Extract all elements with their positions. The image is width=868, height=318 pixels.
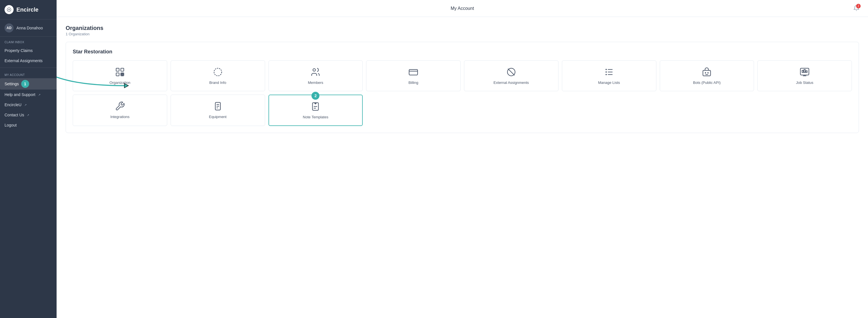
help-support-label: Help and Support bbox=[4, 92, 35, 97]
tile-manage-lists-label: Manage Lists bbox=[598, 80, 620, 85]
job-status-icon bbox=[799, 66, 810, 78]
page-subtitle: 1 Organization bbox=[66, 32, 859, 36]
settings-label: Settings bbox=[4, 82, 19, 86]
svg-point-19 bbox=[708, 72, 709, 74]
bots-icon bbox=[701, 66, 712, 78]
topbar: My Account 2 bbox=[57, 0, 868, 17]
app-logo-icon bbox=[4, 5, 13, 14]
svg-rect-3 bbox=[116, 73, 119, 76]
notification-count: 2 bbox=[856, 4, 861, 8]
empty-col-5 bbox=[464, 95, 558, 126]
tile-billing-label: Billing bbox=[408, 80, 418, 85]
row2-wrapper: Integrations bbox=[73, 95, 852, 126]
empty-col-4 bbox=[366, 95, 461, 126]
sidebar-logo: Encircle bbox=[0, 0, 57, 20]
tile-external-assignments[interactable]: External Assignments bbox=[464, 61, 558, 91]
svg-rect-24 bbox=[802, 70, 804, 73]
svg-rect-26 bbox=[806, 71, 807, 73]
sidebar-item-contact-us[interactable]: Contact Us ↗ bbox=[0, 110, 57, 120]
external-assignments-label: External Assignments bbox=[4, 59, 43, 63]
tile-billing[interactable]: Billing bbox=[366, 61, 461, 91]
svg-point-14 bbox=[606, 69, 607, 70]
sidebar-item-external-assignments[interactable]: External Assignments bbox=[0, 56, 57, 66]
tile-brand-info[interactable]: Brand Info bbox=[170, 61, 265, 91]
external-link-icon: ↗ bbox=[38, 93, 40, 96]
main-content: My Account 2 Organizations 1 Organizatio… bbox=[57, 0, 868, 318]
tile-external-assignments-label: External Assignments bbox=[493, 80, 529, 85]
empty-col-8 bbox=[757, 95, 852, 126]
external-link-icon-2: ↗ bbox=[24, 103, 27, 106]
external-link-icon-3: ↗ bbox=[27, 113, 29, 117]
members-icon bbox=[310, 66, 321, 78]
svg-rect-1 bbox=[116, 68, 119, 71]
svg-point-18 bbox=[705, 72, 707, 74]
sidebar-user: AD Anna Donahoo bbox=[0, 20, 57, 37]
org-icon bbox=[114, 66, 126, 78]
svg-rect-17 bbox=[703, 70, 711, 76]
integrations-icon bbox=[114, 101, 126, 112]
sidebar-item-help-support[interactable]: Help and Support ↗ bbox=[0, 90, 57, 100]
encircle-u-label: EncircleU bbox=[4, 103, 22, 107]
equipment-icon bbox=[212, 101, 223, 112]
org-card: Star Restoration bbox=[66, 42, 859, 133]
tile-organization-label: Organization bbox=[110, 80, 130, 85]
brand-icon bbox=[212, 66, 223, 78]
user-name: Anna Donahoo bbox=[17, 26, 43, 30]
sidebar-item-settings[interactable]: Settings 1 bbox=[0, 78, 57, 90]
tile-bots[interactable]: Bots (Public API) bbox=[660, 61, 754, 91]
svg-rect-8 bbox=[409, 69, 417, 75]
page-title: Organizations bbox=[66, 25, 859, 31]
tile-note-templates[interactable]: 2 Note Templates bbox=[269, 95, 363, 126]
step1-badge: 1 bbox=[21, 80, 29, 88]
step2-badge: 2 bbox=[311, 92, 319, 100]
tile-note-templates-label: Note Templates bbox=[303, 115, 328, 120]
tile-integrations[interactable]: Integrations bbox=[73, 95, 167, 126]
tile-organization[interactable]: Organization bbox=[73, 61, 167, 91]
svg-point-6 bbox=[214, 68, 221, 76]
tiles-row2: Integrations bbox=[73, 95, 852, 126]
app-logo-text: Encircle bbox=[17, 6, 38, 13]
tile-integrations-label: Integrations bbox=[110, 115, 130, 119]
logout-label: Logout bbox=[4, 123, 17, 128]
tile-job-status[interactable]: Job Status bbox=[757, 61, 852, 91]
external-assignments-icon bbox=[505, 66, 517, 78]
svg-rect-25 bbox=[804, 69, 805, 73]
my-account-label: MY ACCOUNT bbox=[0, 69, 57, 78]
topbar-right: 2 bbox=[851, 3, 861, 13]
tile-bots-label: Bots (Public API) bbox=[693, 80, 721, 85]
sidebar-item-logout[interactable]: Logout bbox=[0, 120, 57, 130]
sidebar-item-encircle-u[interactable]: EncircleU ↗ bbox=[0, 100, 57, 110]
topbar-title: My Account bbox=[451, 6, 474, 11]
svg-point-7 bbox=[313, 69, 315, 71]
tile-members-label: Members bbox=[308, 80, 323, 85]
avatar: AD bbox=[4, 24, 13, 33]
sidebar-item-property-claims[interactable]: Property Claims bbox=[0, 45, 57, 56]
tile-brand-info-label: Brand Info bbox=[209, 80, 226, 85]
tile-equipment-label: Equipment bbox=[209, 115, 227, 119]
manage-lists-icon bbox=[603, 66, 615, 78]
org-name: Star Restoration bbox=[73, 49, 852, 55]
svg-line-10 bbox=[508, 69, 514, 75]
tile-job-status-label: Job Status bbox=[796, 80, 813, 85]
note-templates-icon bbox=[310, 101, 321, 112]
tiles-row1: Organization Brand Info bbox=[73, 61, 852, 91]
empty-col-6 bbox=[562, 95, 656, 126]
svg-point-16 bbox=[606, 74, 607, 75]
page-content: Organizations 1 Organization Star Restor… bbox=[57, 17, 868, 318]
tile-equipment[interactable]: Equipment bbox=[170, 95, 265, 126]
notification-bell-button[interactable]: 2 bbox=[851, 3, 861, 13]
contact-us-label: Contact Us bbox=[4, 113, 24, 117]
claim-inbox-label: CLAIM INBOX bbox=[0, 37, 57, 45]
tile-manage-lists[interactable]: Manage Lists bbox=[562, 61, 656, 91]
billing-icon bbox=[408, 66, 419, 78]
svg-point-15 bbox=[606, 71, 607, 73]
svg-rect-2 bbox=[121, 68, 124, 71]
org-card-inner: Star Restoration bbox=[73, 49, 852, 126]
property-claims-label: Property Claims bbox=[4, 48, 33, 53]
empty-col-7 bbox=[660, 95, 754, 126]
tile-members[interactable]: Members bbox=[269, 61, 363, 91]
sidebar: Encircle AD Anna Donahoo CLAIM INBOX Pro… bbox=[0, 0, 57, 318]
